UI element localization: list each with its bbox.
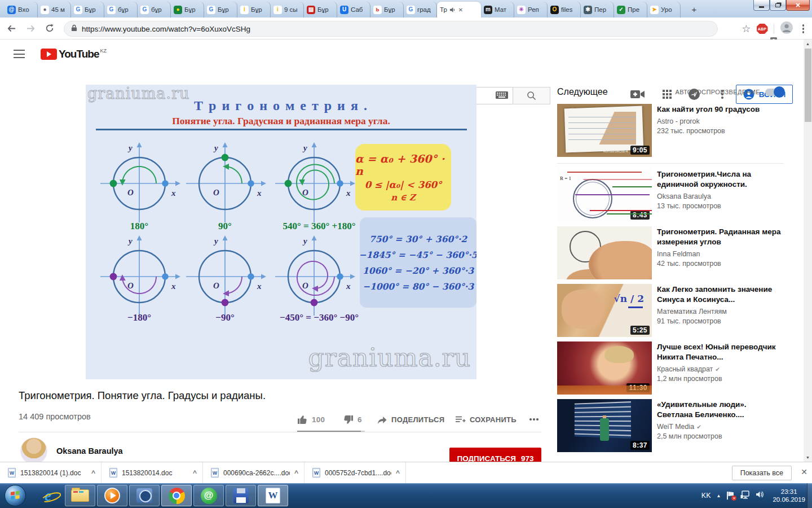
video-player[interactable]: graniuma.ru Т р и г о н о м е т р и я . … <box>86 85 476 379</box>
taskbar-movie-app-icon[interactable] <box>129 485 160 506</box>
browser-tab[interactable]: i 9 сы <box>271 2 304 17</box>
browser-tab[interactable]: ▤ Бұр <box>304 2 337 17</box>
download-item[interactable]: W 0005752d-7cbd1....docx ^ <box>304 462 406 483</box>
browser-tab[interactable]: G Бұр <box>71 2 104 17</box>
scroll-up-icon[interactable]: ▲ <box>804 40 812 48</box>
taskbar-explorer-icon[interactable] <box>65 485 95 506</box>
channel-name[interactable]: Inna Feldman <box>657 249 700 259</box>
adblock-extension-icon[interactable]: ABP 6 <box>757 24 768 34</box>
channel-name[interactable]: Astro - prorok <box>657 117 760 126</box>
tab-close-icon[interactable]: ✕ <box>458 7 463 13</box>
url-text[interactable]: https://www.youtube.com/watch?v=6oXuxoVc… <box>82 25 250 33</box>
video-thumbnail[interactable]: konstrukcia-k 9:05 <box>557 104 652 157</box>
browser-tab[interactable]: ➤ Уро <box>647 2 681 17</box>
channel-name[interactable]: Oksana Baraulya <box>657 192 711 202</box>
video-thumbnail[interactable]: √n / 2 5:25 <box>557 284 652 337</box>
action-center-flag-icon[interactable]: ✕ <box>726 492 735 500</box>
volume-icon[interactable] <box>756 491 765 501</box>
taskbar-chrome-icon[interactable] <box>161 485 192 506</box>
taskbar-ie-icon[interactable]: e <box>33 485 63 506</box>
video-thumbnail[interactable]: 11:22 <box>557 226 652 279</box>
taskbar-mail-agent-icon[interactable]: @ <box>193 485 224 506</box>
window-close-button[interactable]: ✕ <box>786 0 810 11</box>
show-desktop-button[interactable] <box>807 483 812 508</box>
autoplay-toggle[interactable] <box>765 89 784 96</box>
download-chevron-icon[interactable]: ^ <box>193 469 197 477</box>
browser-tab[interactable]: m Мат <box>481 2 514 17</box>
taskbar-save-tool-icon[interactable] <box>226 485 256 506</box>
profile-avatar-icon[interactable] <box>780 21 793 37</box>
more-actions-icon[interactable] <box>526 418 542 421</box>
video-title[interactable]: Тригонометрия.Числа на единичной окружно… <box>657 169 784 190</box>
recommended-video-item[interactable]: 11:22 Тригонометрия. Радианная мера изме… <box>557 226 784 279</box>
tab-audio-icon[interactable] <box>449 7 456 13</box>
browser-tab[interactable]: ✱ Пер <box>581 2 614 17</box>
youtube-logo[interactable]: YouTube KZ <box>41 48 107 60</box>
channel-name[interactable]: Oksana Baraulya <box>56 446 123 456</box>
dislike-button[interactable]: 6 <box>343 414 362 425</box>
browser-tab[interactable]: O files <box>548 2 581 17</box>
download-item[interactable]: W 1513820014.doc ^ <box>102 462 203 483</box>
scroll-down-icon[interactable]: ▼ <box>804 453 812 462</box>
recommended-video-item[interactable]: √n / 2 5:25 Как Легко запомнить значение… <box>557 284 784 337</box>
share-button[interactable]: ПОДЕЛИТЬСЯ <box>377 415 444 424</box>
browser-tab[interactable]: ● 45 м <box>38 2 71 17</box>
https-lock-icon[interactable] <box>71 24 77 34</box>
download-chevron-icon[interactable]: ^ <box>294 469 298 477</box>
browser-tab[interactable]: G бұр <box>138 2 171 17</box>
video-thumbnail[interactable]: 11:30 <box>557 341 652 395</box>
video-title[interactable]: Лучше всех! Юный переводчик Никита Печат… <box>657 342 784 362</box>
browser-tab[interactable]: G бұр <box>104 2 138 17</box>
bookmark-star-icon[interactable]: ☆ <box>742 23 751 35</box>
download-item[interactable]: W 000690ca-2662c....docx ^ <box>203 462 304 483</box>
video-title[interactable]: Тригонометрия. Радианная мера измерения … <box>657 227 784 247</box>
browser-menu-icon[interactable] <box>799 24 808 33</box>
window-minimize-button[interactable] <box>753 0 770 11</box>
download-chevron-icon[interactable]: ^ <box>91 469 95 477</box>
video-thumbnail[interactable]: 8:37 <box>557 399 652 452</box>
show-all-downloads-button[interactable]: Показать все <box>732 466 792 480</box>
browser-tab[interactable]: ✳ Реп <box>514 2 548 17</box>
browser-tab[interactable]: i Бұр <box>237 2 271 17</box>
taskbar-clock[interactable]: 23:31 20.06.2019 <box>773 488 805 503</box>
taskbar-word-icon[interactable]: W <box>258 485 288 506</box>
address-bar[interactable]: https://www.youtube.com/watch?v=6oXuxoVc… <box>64 21 718 37</box>
reload-button[interactable] <box>42 20 58 36</box>
channel-avatar[interactable] <box>20 437 47 465</box>
browser-tab[interactable]: G град <box>404 2 437 17</box>
browser-tab[interactable]: ● Бұр <box>171 2 204 17</box>
video-thumbnail[interactable]: R = 1 8:43 <box>557 169 652 222</box>
next-video-item[interactable]: konstrukcia-k 9:05 Как найти угол 90 гра… <box>557 104 784 164</box>
recommended-video-item[interactable]: R = 1 8:43 Тригонометрия.Числа на единич… <box>557 169 784 222</box>
back-button[interactable] <box>3 20 19 36</box>
recommended-video-item[interactable]: 8:37 «Удивительные люди». Светлана Белич… <box>557 399 784 452</box>
browser-tab[interactable]: G Бұр <box>204 2 237 17</box>
like-button[interactable]: 100 <box>297 414 325 425</box>
window-restore-button[interactable] <box>770 0 786 11</box>
download-chevron-icon[interactable]: ^ <box>396 469 400 477</box>
forward-button[interactable] <box>23 20 38 36</box>
browser-tab[interactable]: Тр ✕ <box>437 2 481 17</box>
language-indicator[interactable]: KK <box>701 492 711 500</box>
channel-name[interactable]: Математика Лентяям <box>657 307 727 317</box>
channel-name[interactable]: Красный квадрат <box>657 365 713 374</box>
guide-menu-icon[interactable] <box>14 50 25 58</box>
keyboard-icon[interactable] <box>496 91 508 101</box>
taskbar-media-player-icon[interactable] <box>97 485 127 506</box>
browser-tab[interactable]: @ Вхо <box>5 2 38 17</box>
close-shelf-icon[interactable]: ✕ <box>801 467 807 476</box>
new-tab-button[interactable]: + <box>687 3 701 15</box>
channel-name[interactable]: WeiT Media <box>657 422 694 432</box>
hidden-icons-arrow[interactable]: ▲ <box>717 493 721 498</box>
video-title[interactable]: Как найти угол 90 градусов <box>657 104 760 115</box>
search-button[interactable] <box>513 87 550 104</box>
download-item[interactable]: W 1513820014 (1).doc ^ <box>0 462 102 483</box>
video-title[interactable]: Как Легко запомнить значение Синуса и Ко… <box>657 284 784 305</box>
network-icon[interactable] <box>740 491 750 501</box>
scrollbar-thumb[interactable] <box>805 49 811 122</box>
video-title[interactable]: «Удивительные люди». Светлана Беличенко.… <box>657 400 784 420</box>
save-button[interactable]: СОХРАНИТЬ <box>455 415 517 424</box>
start-button[interactable] <box>5 485 26 506</box>
recommended-video-item[interactable]: 11:30 Лучше всех! Юный переводчик Никита… <box>557 341 784 395</box>
page-scrollbar[interactable]: ▲ ▼ <box>804 40 812 462</box>
